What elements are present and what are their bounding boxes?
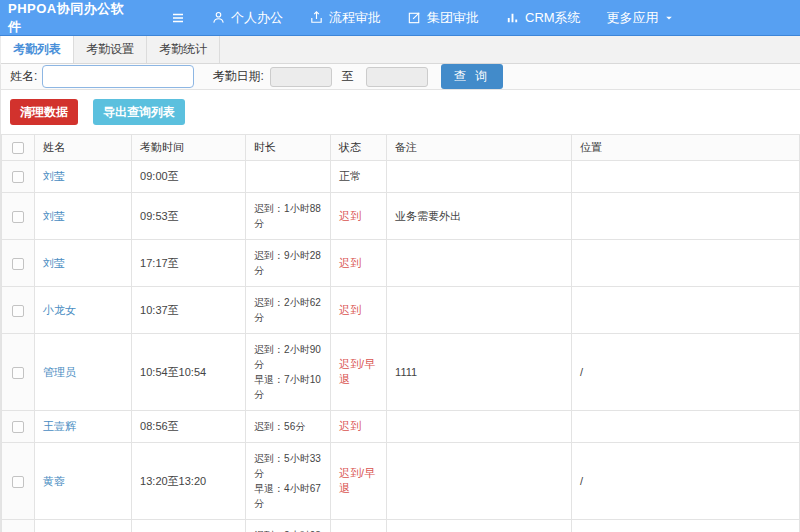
duration-line: 迟到：2小时03分 xyxy=(254,528,328,532)
duration-cell: 迟到：1小时88分 xyxy=(246,193,331,240)
attendance-table: 姓名考勤时间时长状态备注位置 刘莹09:00至正常刘莹09:53至迟到：1小时8… xyxy=(1,134,800,532)
query-button[interactable]: 查 询 xyxy=(441,64,503,89)
clean-data-button[interactable]: 清理数据 xyxy=(10,99,78,125)
time-cell: 09:53至 xyxy=(132,193,246,240)
name-cell: 王壹辉 xyxy=(35,520,132,532)
location-cell xyxy=(572,193,800,240)
duration-cell: 迟到：5小时33分早退：4小时67分 xyxy=(246,443,331,520)
edit-icon xyxy=(407,10,422,25)
to-label: 至 xyxy=(342,68,354,85)
duration-line: 迟到：5小时33分 xyxy=(254,451,328,481)
duration-cell: 迟到：2小时62分 xyxy=(246,287,331,334)
row-checkbox-cell xyxy=(2,287,35,334)
employee-name-link[interactable]: 刘莹 xyxy=(43,257,65,269)
status-cell: 迟到/早退 xyxy=(331,443,387,520)
table-row: 管理员10:54至10:54迟到：2小时90分早退：7小时10分迟到/早退111… xyxy=(2,334,800,411)
status-badge: 迟到 xyxy=(339,257,361,269)
hamburger-menu-icon[interactable] xyxy=(167,7,189,29)
location-cell: / xyxy=(572,443,800,520)
duration-line: 迟到：2小时62分 xyxy=(254,295,328,325)
row-checkbox[interactable] xyxy=(12,171,24,183)
table-row: 王壹辉10:02至迟到：2小时03分迟到 xyxy=(2,520,800,532)
status-badge: 正常 xyxy=(339,170,361,182)
column-header: 状态 xyxy=(331,135,387,161)
column-header: 考勤时间 xyxy=(132,135,246,161)
employee-name-link[interactable]: 刘莹 xyxy=(43,210,65,222)
caret-down-icon xyxy=(664,13,674,23)
duration-cell: 迟到：56分 xyxy=(246,411,331,443)
time-cell: 10:02至 xyxy=(132,520,246,532)
topnav-item-personal-office[interactable]: 个人办公 xyxy=(211,9,283,27)
status-cell: 迟到 xyxy=(331,411,387,443)
name-input[interactable] xyxy=(42,65,194,88)
top-header: PHPOA协同办公软件 个人办公流程审批集团审批CRM系统更多应用 xyxy=(0,0,800,36)
select-all-checkbox[interactable] xyxy=(12,142,24,154)
time-cell: 10:37至 xyxy=(132,287,246,334)
row-checkbox[interactable] xyxy=(12,305,24,317)
status-cell: 正常 xyxy=(331,161,387,193)
duration-line: 迟到：1小时88分 xyxy=(254,201,328,231)
date-to-input[interactable] xyxy=(366,67,428,87)
column-header: 姓名 xyxy=(35,135,132,161)
remark-cell xyxy=(387,411,572,443)
row-checkbox[interactable] xyxy=(12,421,24,433)
row-checkbox[interactable] xyxy=(12,476,24,488)
table-row: 小龙女10:37至迟到：2小时62分迟到 xyxy=(2,287,800,334)
duration-line: 迟到：2小时90分 xyxy=(254,342,328,372)
table-row: 刘莹09:00至正常 xyxy=(2,161,800,193)
top-navigation: 个人办公流程审批集团审批CRM系统更多应用 xyxy=(211,9,700,27)
remark-cell xyxy=(387,287,572,334)
name-cell: 刘莹 xyxy=(35,161,132,193)
time-cell: 09:00至 xyxy=(132,161,246,193)
topnav-item-crm-system[interactable]: CRM系统 xyxy=(505,9,581,27)
duration-cell: 迟到：2小时03分 xyxy=(246,520,331,532)
row-checkbox[interactable] xyxy=(12,258,24,270)
topnav-item-workflow-approval[interactable]: 流程审批 xyxy=(309,9,381,27)
action-buttons: 清理数据 导出查询列表 xyxy=(1,90,800,134)
row-checkbox[interactable] xyxy=(12,211,24,223)
employee-name-link[interactable]: 黄蓉 xyxy=(43,475,65,487)
remark-cell xyxy=(387,240,572,287)
export-list-button[interactable]: 导出查询列表 xyxy=(93,99,185,125)
user-icon xyxy=(211,10,226,25)
topnav-item-label: 集团审批 xyxy=(427,9,479,27)
table-row: 王壹辉08:56至迟到：56分迟到 xyxy=(2,411,800,443)
duration-line: 早退：7小时10分 xyxy=(254,372,328,402)
remark-cell: 业务需要外出 xyxy=(387,193,572,240)
name-cell: 刘莹 xyxy=(35,193,132,240)
tab-bar: 考勤列表考勤设置考勤统计 xyxy=(1,36,800,64)
remark-cell xyxy=(387,520,572,532)
tab-attendance-statistics[interactable]: 考勤统计 xyxy=(147,36,220,63)
tab-attendance-list[interactable]: 考勤列表 xyxy=(1,36,74,63)
name-cell: 小龙女 xyxy=(35,287,132,334)
duration-line: 迟到：9小时28分 xyxy=(254,248,328,278)
row-checkbox-cell xyxy=(2,334,35,411)
duration-line: 迟到：56分 xyxy=(254,419,328,434)
employee-name-link[interactable]: 管理员 xyxy=(43,366,76,378)
status-badge: 迟到/早退 xyxy=(339,358,375,385)
date-from-input[interactable] xyxy=(270,67,332,87)
employee-name-link[interactable]: 小龙女 xyxy=(43,304,76,316)
row-checkbox-cell xyxy=(2,240,35,287)
status-badge: 迟到 xyxy=(339,420,361,432)
location-cell xyxy=(572,287,800,334)
topnav-item-group-approval[interactable]: 集团审批 xyxy=(407,9,479,27)
employee-name-link[interactable]: 刘莹 xyxy=(43,170,65,182)
topnav-item-label: 个人办公 xyxy=(231,9,283,27)
main-content: 考勤列表考勤设置考勤统计 姓名: 考勤日期: 至 查 询 清理数据 导出查询列表… xyxy=(1,36,800,532)
time-cell: 17:17至 xyxy=(132,240,246,287)
location-cell xyxy=(572,161,800,193)
topnav-item-more-apps[interactable]: 更多应用 xyxy=(607,9,674,27)
tab-attendance-settings[interactable]: 考勤设置 xyxy=(74,36,147,63)
row-checkbox-cell xyxy=(2,520,35,532)
employee-name-link[interactable]: 王壹辉 xyxy=(43,420,76,432)
column-header: 位置 xyxy=(572,135,800,161)
status-badge: 迟到 xyxy=(339,304,361,316)
location-cell xyxy=(572,520,800,532)
table-header-row: 姓名考勤时间时长状态备注位置 xyxy=(2,135,800,161)
row-checkbox[interactable] xyxy=(12,367,24,379)
status-cell: 迟到 xyxy=(331,240,387,287)
duration-line: 早退：4小时67分 xyxy=(254,481,328,511)
app-logo: PHPOA协同办公软件 xyxy=(0,0,125,36)
location-cell: / xyxy=(572,334,800,411)
